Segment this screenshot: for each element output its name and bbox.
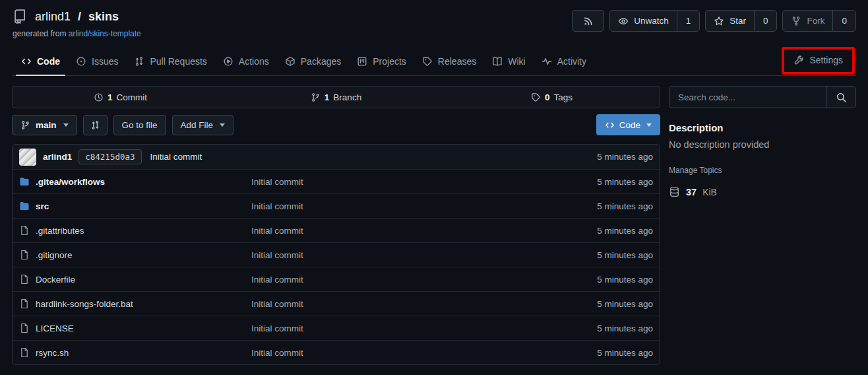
file-commit-message[interactable]: Initial commit [251,177,597,187]
file-commit-time: 5 minutes ago [597,201,653,211]
issues-icon [76,56,86,67]
star-button-group: Star 0 [705,10,777,32]
fork-count[interactable]: 0 [832,11,855,31]
star-icon [714,16,724,26]
go-to-file-button[interactable]: Go to file [113,115,166,135]
activity-icon [542,56,552,67]
file-icon [19,250,30,260]
file-commit-message[interactable]: Initial commit [251,275,597,285]
commit-time: 5 minutes ago [597,152,653,162]
repo-size: 37 KiB [669,186,856,197]
file-row[interactable]: LICENSE Initial commit 5 minutes ago [13,316,660,340]
commits-stat[interactable]: 1 Commit [13,92,228,102]
file-name-link[interactable]: .gitattributes [19,225,251,236]
database-icon [669,186,680,197]
tab-actions[interactable]: Actions [215,50,277,75]
rss-button[interactable] [572,10,604,32]
commit-hash-link[interactable]: c84215d0a3 [78,149,141,164]
avatar[interactable] [19,149,36,166]
watch-count[interactable]: 1 [677,11,700,31]
branch-selector[interactable]: main [12,115,77,135]
code-search [669,86,856,108]
tab-projects[interactable]: Projects [349,50,414,75]
file-commit-message[interactable]: Initial commit [251,250,597,260]
eye-icon [618,16,629,26]
actions-icon [223,56,233,67]
repo-owner-link[interactable]: arlind1 [35,10,71,24]
unwatch-button[interactable]: Unwatch [610,11,677,31]
file-icon [19,323,30,333]
file-name-link[interactable]: LICENSE [19,323,251,333]
file-commit-time: 5 minutes ago [597,177,653,187]
tab-code[interactable]: Code [13,50,68,75]
tab-pull-requests[interactable]: Pull Requests [126,50,214,75]
manage-topics-link[interactable]: Manage Topics [669,166,856,175]
file-name-link[interactable]: .gitignore [19,250,251,260]
file-icon [19,274,30,285]
repo-stats-bar: 1 Commit 1 Branch [12,86,660,108]
main-column: 1 Commit 1 Branch [12,86,660,365]
tab-wiki[interactable]: Wiki [484,50,533,75]
file-commit-message[interactable]: Initial commit [251,348,597,358]
generated-from: generated from arlind/skins-template [12,29,141,38]
branches-stat[interactable]: 1 Branch [228,92,444,102]
file-row[interactable]: .gitattributes Initial commit 5 minutes … [13,218,660,242]
file-commit-time: 5 minutes ago [597,299,653,309]
chevron-down-icon [220,123,225,127]
file-name-link[interactable]: .gitea/workflows [19,176,251,187]
file-row[interactable]: src Initial commit 5 minutes ago [13,193,660,218]
compare-button[interactable] [83,115,108,135]
file-icon [19,225,30,236]
rss-icon [583,16,594,26]
template-repo-link[interactable]: arlind/skins-template [69,29,141,38]
star-count[interactable]: 0 [754,11,777,31]
file-toolbar: main Go to file Add File [12,114,660,135]
file-list: .gitea/workflows Initial commit 5 minute… [13,169,660,364]
settings-icon [793,55,804,65]
file-commit-message[interactable]: Initial commit [251,324,597,333]
tab-settings[interactable]: Settings [784,50,852,72]
tab-activity[interactable]: Activity [534,50,594,75]
file-commit-time: 5 minutes ago [597,226,653,236]
repo-sidebar: Description No description provided Mana… [669,86,856,365]
file-commit-time: 5 minutes ago [597,250,653,260]
file-row[interactable]: .gitignore Initial commit 5 minutes ago [13,242,660,267]
repo-separator: / [78,10,81,24]
code-download-button[interactable]: Code [596,114,660,135]
file-name-link[interactable]: src [19,201,251,211]
tab-packages[interactable]: Packages [277,50,349,75]
file-commit-time: 5 minutes ago [597,275,653,285]
search-input[interactable] [669,86,826,108]
file-icon [19,298,30,309]
search-button[interactable] [826,86,855,108]
file-table: arlind1 c84215d0a3 Initial commit 5 minu… [12,144,660,365]
packages-icon [285,56,295,67]
file-row[interactable]: .gitea/workflows Initial commit 5 minute… [13,169,660,193]
latest-commit-row: arlind1 c84215d0a3 Initial commit 5 minu… [13,145,660,169]
pull-request-icon [134,56,144,67]
repo-page: arlind1 / skins generated from arlind/sk… [0,0,868,365]
tab-releases[interactable]: Releases [414,50,484,75]
commit-author-link[interactable]: arlind1 [43,152,72,162]
file-commit-message[interactable]: Initial commit [251,226,597,236]
fork-button[interactable]: Fork [783,11,832,31]
repo-title: arlind1 / skins [12,9,141,24]
file-row[interactable]: rsync.sh Initial commit 5 minutes ago [13,340,660,364]
fork-icon [791,16,801,26]
tags-stat[interactable]: 0 Tags [444,92,660,102]
file-name-link[interactable]: Dockerfile [19,274,251,285]
star-button[interactable]: Star [706,11,754,31]
file-name-link[interactable]: hardlink-songs-folder.bat [19,298,251,309]
file-name-link[interactable]: rsync.sh [19,347,251,358]
compare-icon [90,120,100,130]
file-row[interactable]: Dockerfile Initial commit 5 minutes ago [13,267,660,291]
tab-issues[interactable]: Issues [68,50,126,75]
file-row[interactable]: hardlink-songs-folder.bat Initial commit… [13,291,660,316]
add-file-button[interactable]: Add File [172,115,234,135]
repo-name-link[interactable]: skins [88,10,119,24]
commit-message-link[interactable]: Initial commit [150,152,202,162]
file-commit-message[interactable]: Initial commit [251,201,597,211]
file-commit-message[interactable]: Initial commit [251,299,597,309]
header-actions: Unwatch 1 Star 0 [572,9,856,32]
chevron-down-icon [63,123,69,127]
